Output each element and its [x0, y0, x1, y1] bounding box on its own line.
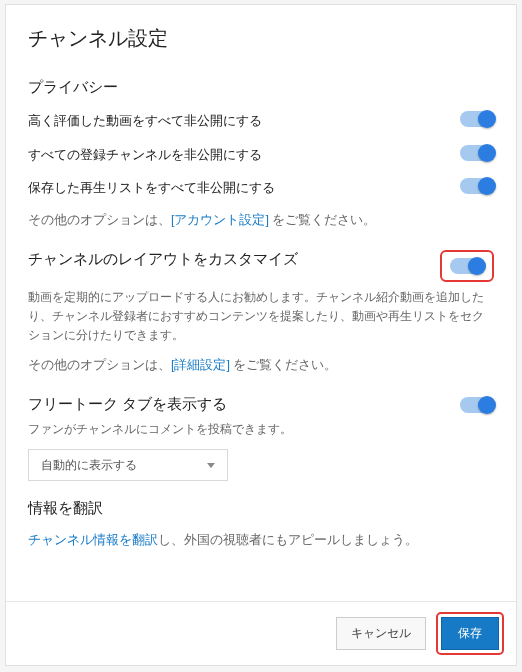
privacy-label: 高く評価した動画をすべて非公開にする: [28, 109, 262, 131]
privacy-label: 保存した再生リストをすべて非公開にする: [28, 176, 275, 198]
freetalk-heading: フリートーク タブを表示する: [28, 395, 227, 414]
toggle-playlists-private[interactable]: [460, 178, 494, 194]
translate-hint: チャンネル情報を翻訳し、外国の視聴者にもアピールしましょう。: [28, 530, 494, 550]
layout-toggle-highlight: [440, 250, 494, 282]
layout-section: チャンネルのレイアウトをカスタマイズ 動画を定期的にアップロードする人にお勧めし…: [28, 250, 494, 376]
toggle-layout-customize[interactable]: [450, 258, 484, 274]
save-button[interactable]: 保存: [441, 617, 499, 650]
select-value: 自動的に表示する: [41, 457, 137, 474]
freetalk-section: フリートーク タブを表示する ファンがチャンネルにコメントを投稿できます。 自動…: [28, 395, 494, 481]
privacy-heading: プライバシー: [28, 78, 494, 97]
freetalk-desc: ファンがチャンネルにコメントを投稿できます。: [28, 420, 494, 439]
dialog-footer: キャンセル 保存: [6, 601, 516, 665]
layout-heading: チャンネルのレイアウトをカスタマイズ: [28, 250, 298, 269]
freetalk-visibility-select[interactable]: 自動的に表示する: [28, 449, 228, 481]
privacy-section: プライバシー 高く評価した動画をすべて非公開にする すべての登録チャンネルを非公…: [28, 78, 494, 230]
channel-settings-dialog: チャンネル設定 プライバシー 高く評価した動画をすべて非公開にする すべての登録…: [5, 4, 517, 666]
layout-hint: その他のオプションは、[詳細設定] をご覧ください。: [28, 355, 494, 375]
account-settings-link[interactable]: [アカウント設定]: [171, 213, 269, 227]
advanced-settings-link[interactable]: [詳細設定]: [171, 358, 230, 372]
translate-channel-info-link[interactable]: チャンネル情報を翻訳: [28, 533, 158, 547]
privacy-label: すべての登録チャンネルを非公開にする: [28, 143, 262, 165]
privacy-row-playlists: 保存した再生リストをすべて非公開にする: [28, 176, 494, 198]
privacy-row-subs: すべての登録チャンネルを非公開にする: [28, 143, 494, 165]
cancel-button[interactable]: キャンセル: [336, 617, 426, 650]
privacy-hint: その他のオプションは、[アカウント設定] をご覧ください。: [28, 210, 494, 230]
layout-desc: 動画を定期的にアップロードする人にお勧めします。チャンネル紹介動画を追加したり、…: [28, 288, 494, 346]
translate-heading: 情報を翻訳: [28, 499, 494, 518]
toggle-liked-private[interactable]: [460, 111, 494, 127]
translate-section: 情報を翻訳 チャンネル情報を翻訳し、外国の視聴者にもアピールしましょう。: [28, 499, 494, 550]
dialog-title: チャンネル設定: [28, 25, 494, 52]
privacy-row-liked: 高く評価した動画をすべて非公開にする: [28, 109, 494, 131]
chevron-down-icon: [207, 463, 215, 468]
save-button-highlight: 保存: [436, 612, 504, 655]
dialog-content: チャンネル設定 プライバシー 高く評価した動画をすべて非公開にする すべての登録…: [6, 5, 516, 601]
toggle-subs-private[interactable]: [460, 145, 494, 161]
toggle-freetalk-tab[interactable]: [460, 397, 494, 413]
